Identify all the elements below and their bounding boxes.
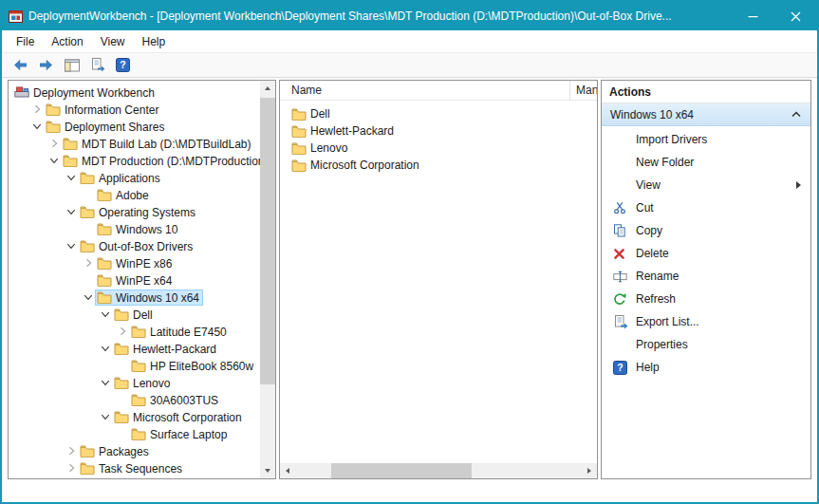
tree-item-hp-elitebook-8560w[interactable]: HP EliteBook 8560w (9, 357, 260, 374)
folder-icon (291, 108, 307, 121)
chevron-down-icon[interactable] (98, 374, 112, 391)
scroll-left-arrow-icon[interactable] (280, 463, 295, 478)
tree: Deployment Workbench Information Center … (9, 84, 260, 478)
tree-item-mdt-build-lab-d-mdtbuildlab[interactable]: MDT Build Lab (D:\MDTBuildLab) (9, 135, 260, 152)
tree-item-latitude-e7450[interactable]: Latitude E7450 (9, 323, 260, 340)
chevron-right-icon[interactable] (115, 323, 129, 340)
tree-item-microsoft-corporation[interactable]: Microsoft Corporation (9, 408, 260, 425)
tree-item-surface-laptop[interactable]: Surface Laptop (9, 425, 260, 442)
svg-text:?: ? (120, 59, 125, 70)
list-item-dell[interactable]: Dell (280, 105, 597, 122)
column-header-manufacturer[interactable]: Manu (570, 81, 597, 100)
tree-item-label: Adobe (116, 188, 149, 202)
tree-item-task-sequences[interactable]: Task Sequences (9, 459, 260, 476)
show-hide-tree-button[interactable] (61, 55, 83, 76)
folder-icon (80, 462, 95, 475)
folder-icon (291, 159, 307, 172)
horizontal-scroll-thumb[interactable] (331, 463, 472, 478)
rename-icon (613, 271, 629, 283)
tree-item-label: HP EliteBook 8560w (150, 359, 253, 373)
tree-item-applications[interactable]: Applications (9, 169, 260, 186)
chevron-down-icon[interactable] (81, 289, 95, 306)
tree-item-windows-10[interactable]: Windows 10 (9, 220, 260, 237)
title-bar[interactable]: DeploymentWorkbench - [Deployment Workbe… (2, 2, 817, 30)
menu-file[interactable]: File (8, 32, 43, 51)
tree-item-winpe-x86[interactable]: WinPE x86 (9, 254, 260, 271)
tree-item-out-of-box-drivers[interactable]: Out-of-Box Drivers (9, 237, 260, 254)
close-button[interactable] (774, 2, 817, 30)
tree-item-packages[interactable]: Packages (9, 442, 260, 459)
chevron-down-icon[interactable] (98, 408, 112, 425)
menu-view[interactable]: View (92, 32, 134, 51)
scroll-up-arrow-icon[interactable] (260, 81, 275, 96)
tree-item-winpe-x64[interactable]: WinPE x64 (9, 271, 260, 289)
chevron-up-icon[interactable] (791, 110, 802, 119)
tree-vertical-scrollbar[interactable] (260, 81, 275, 478)
action-new-folder[interactable]: New Folder (602, 151, 810, 174)
action-refresh[interactable]: Refresh (602, 288, 810, 310)
list-item-hewlett-packard[interactable]: Hewlett-Packard (280, 122, 597, 140)
action-cut[interactable]: Cut (602, 196, 810, 219)
forward-button[interactable] (35, 55, 57, 76)
tree-item-deployment-shares[interactable]: Deployment Shares (9, 118, 260, 135)
action-help[interactable]: ? Help (602, 356, 810, 379)
folder-icon (97, 274, 112, 287)
action-properties[interactable]: Properties (602, 333, 810, 356)
chevron-right-icon[interactable] (29, 101, 44, 118)
tree-item-lenovo[interactable]: Lenovo (9, 374, 260, 391)
tree-item-deployment-workbench[interactable]: Deployment Workbench (9, 84, 260, 101)
menu-action[interactable]: Action (43, 32, 91, 51)
scroll-right-arrow-icon[interactable] (582, 463, 597, 478)
cut-icon (613, 201, 629, 215)
chevron-down-icon[interactable] (98, 340, 112, 357)
action-rename[interactable]: Rename (602, 265, 810, 288)
chevron-down-icon[interactable] (64, 203, 78, 220)
tree-item-windows-10-x64[interactable]: Windows 10 x64 (9, 289, 260, 306)
chevron-right-icon[interactable] (47, 135, 61, 152)
folder-icon (114, 411, 129, 423)
scroll-down-arrow-icon[interactable] (260, 463, 275, 478)
app-window: DeploymentWorkbench - [Deployment Workbe… (0, 0, 819, 504)
chevron-down-icon[interactable] (47, 152, 61, 169)
back-button[interactable] (9, 55, 31, 76)
chevron-right-icon[interactable] (64, 442, 78, 459)
menu-help[interactable]: Help (134, 32, 175, 51)
chevron-down-icon[interactable] (29, 118, 44, 135)
tree-item-label: WinPE x64 (116, 273, 172, 288)
chevron-down-icon[interactable] (64, 169, 78, 186)
action-delete[interactable]: Delete (602, 242, 810, 265)
action-label: Export List... (636, 315, 802, 328)
list-item-microsoft-corporation[interactable]: Microsoft Corporation (280, 157, 597, 174)
column-header-name[interactable]: Name (280, 81, 570, 100)
folder-icon (131, 428, 146, 440)
close-icon (791, 11, 801, 22)
list-header: Name Manu (280, 81, 597, 101)
tree-item-dell[interactable]: Dell (9, 306, 260, 323)
action-import-drivers[interactable]: Import Drivers (602, 128, 810, 151)
action-copy[interactable]: Copy (602, 219, 810, 242)
export-list-icon (613, 315, 629, 329)
vertical-scroll-thumb[interactable] (260, 98, 275, 384)
help-button[interactable]: ? (112, 55, 134, 76)
tree-item-adobe[interactable]: Adobe (9, 186, 260, 203)
results-pane: Name Manu Dell Hewlett-Packard Lenovo Mi… (279, 80, 598, 479)
chevron-down-icon[interactable] (98, 306, 112, 323)
chevron-right-icon[interactable] (64, 459, 78, 476)
tree-item-information-center[interactable]: Information Center (9, 101, 260, 118)
tree-item-hewlett-packard[interactable]: Hewlett-Packard (9, 340, 260, 357)
tree-item-label: Deployment Shares (65, 120, 164, 134)
chevron-right-icon[interactable] (81, 254, 95, 271)
chevron-down-icon[interactable] (64, 237, 78, 254)
list-horizontal-scrollbar[interactable] (280, 463, 597, 478)
folder-icon (63, 138, 78, 150)
action-view[interactable]: View (602, 174, 810, 196)
export-list-button[interactable] (86, 55, 108, 76)
action-export-list[interactable]: Export List... (602, 310, 810, 333)
tree-item-mdt-production-d-mdtproduction[interactable]: MDT Production (D:\MDTProduction) (9, 152, 260, 169)
actions-section-header[interactable]: Windows 10 x64 (602, 103, 810, 126)
minimize-button[interactable] (732, 2, 774, 30)
list-item-lenovo[interactable]: Lenovo (280, 140, 597, 157)
tree-item-operating-systems[interactable]: Operating Systems (9, 203, 260, 220)
window-controls (732, 2, 817, 30)
tree-item-30a6003tus[interactable]: 30A6003TUS (9, 391, 260, 408)
